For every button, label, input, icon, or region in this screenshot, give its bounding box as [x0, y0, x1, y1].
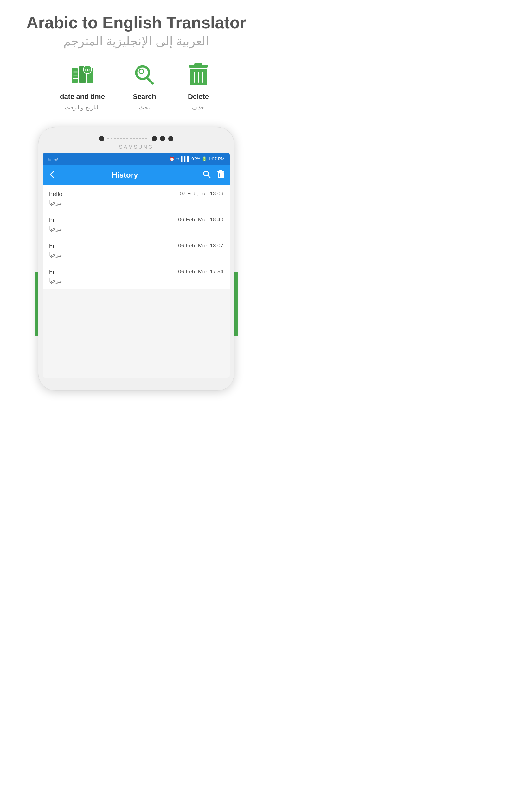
status-right-info: ⏰ ≋ ▌▌▌ 92% 🔋 1:07 PM [169, 156, 225, 161]
dot-4 [168, 136, 173, 141]
history-translation: مرحبا [49, 277, 223, 284]
history-item-row: hi 06 Feb, Mon 18:40 [49, 217, 223, 224]
history-word: hi [49, 243, 54, 250]
history-item[interactable]: hi 06 Feb, Mon 18:07 مرحبا [43, 237, 230, 263]
history-item-row: hi 06 Feb, Mon 17:54 [49, 269, 223, 276]
history-date: 06 Feb, Mon 18:07 [178, 243, 223, 249]
history-item[interactable]: hi 06 Feb, Mon 18:40 مرحبا [43, 211, 230, 237]
dot-3 [160, 136, 165, 141]
app-bar: History [43, 165, 230, 185]
dot-1 [99, 136, 104, 141]
feature-search-label-ar: بحث [139, 104, 150, 111]
search-button[interactable] [203, 170, 211, 180]
map-icon: +12 [68, 61, 97, 90]
history-empty-area [43, 289, 230, 378]
app-title-english: Arabic to English Translator [26, 13, 246, 32]
feature-search[interactable]: Search بحث [130, 61, 159, 111]
history-item[interactable]: hello 07 Feb, Tue 13:06 مرحبا [43, 185, 230, 211]
delete-button[interactable] [217, 170, 225, 180]
svg-text:+12: +12 [84, 68, 91, 72]
history-translation: مرحبا [49, 225, 223, 232]
feature-delete-label-ar: حذف [192, 104, 205, 111]
history-date: 07 Feb, Tue 13:06 [180, 191, 223, 197]
status-icon-2: ◎ [54, 156, 58, 161]
title-section: Arabic to English Translator العربية إلى… [26, 13, 246, 48]
feature-delete-label-en: Delete [188, 93, 209, 101]
history-translation: مرحبا [49, 251, 223, 258]
samsung-brand: SAMSUNG [43, 144, 230, 150]
history-translation: مرحبا [49, 199, 223, 206]
feature-datetime[interactable]: +12 date and time التاريخ و الوقت [60, 61, 105, 111]
phone-wrapper: SAMSUNG ⊟ ◎ ⏰ ≋ ▌▌▌ 92% 🔋 1:07 PM [35, 127, 238, 391]
phone-screen: ⊟ ◎ ⏰ ≋ ▌▌▌ 92% 🔋 1:07 PM [43, 153, 230, 378]
status-battery: 92% [191, 156, 200, 161]
features-row: +12 date and time التاريخ و الوقت Search… [6, 61, 266, 111]
dot-dash [107, 138, 149, 139]
search-icon [130, 61, 159, 90]
phone-indicators [43, 136, 230, 141]
app-bar-actions [203, 170, 225, 180]
history-item-row: hi 06 Feb, Mon 18:07 [49, 243, 223, 250]
dot-2 [152, 136, 157, 141]
svg-line-18 [208, 175, 210, 178]
status-time: 1:07 PM [208, 156, 225, 161]
history-date: 06 Feb, Mon 17:54 [178, 269, 223, 275]
phone-device: SAMSUNG ⊟ ◎ ⏰ ≋ ▌▌▌ 92% 🔋 1:07 PM [38, 127, 234, 391]
app-bar-title: History [52, 171, 198, 180]
feature-datetime-label-en: date and time [60, 93, 105, 101]
status-icon-1: ⊟ [48, 156, 52, 161]
status-alarm: ⏰ [169, 156, 176, 161]
history-item-row: hello 07 Feb, Tue 13:06 [49, 191, 223, 198]
history-word: hi [49, 217, 54, 224]
svg-line-9 [147, 78, 153, 84]
status-bar: ⊟ ◎ ⏰ ≋ ▌▌▌ 92% 🔋 1:07 PM [43, 153, 230, 165]
feature-datetime-label-ar: التاريخ و الوقت [65, 104, 100, 111]
svg-rect-20 [219, 170, 222, 171]
history-item[interactable]: hi 06 Feb, Mon 17:54 مرحبا [43, 263, 230, 289]
status-left-icons: ⊟ ◎ [48, 156, 58, 161]
status-signal: ▌▌▌ [181, 156, 191, 161]
status-battery-icon: 🔋 [202, 156, 208, 161]
svg-rect-12 [194, 63, 203, 66]
svg-rect-19 [217, 171, 224, 172]
feature-delete[interactable]: Delete حذف [184, 61, 213, 111]
status-wifi: ≋ [176, 156, 181, 161]
feature-search-label-en: Search [133, 93, 156, 101]
history-word: hello [49, 191, 62, 198]
app-title-arabic: العربية إلى الإنجليزية المترجم [26, 34, 246, 48]
history-word: hi [49, 269, 54, 276]
history-date: 06 Feb, Mon 18:40 [178, 217, 223, 223]
svg-point-10 [139, 69, 144, 73]
history-list: hello 07 Feb, Tue 13:06 مرحبا hi 06 Feb,… [43, 185, 230, 289]
delete-icon [184, 61, 213, 90]
